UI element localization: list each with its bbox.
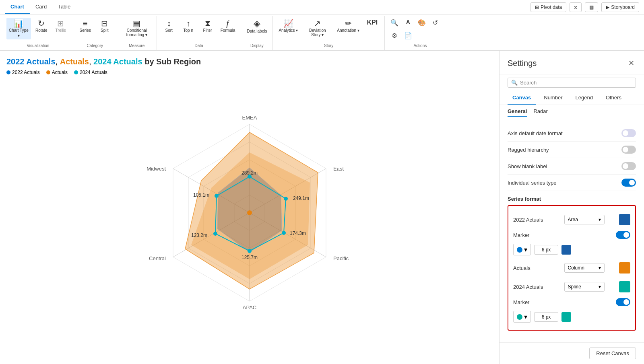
legend-dot-2024	[74, 70, 78, 74]
marker-toggle-2024[interactable]	[616, 298, 630, 306]
series-type-arrow-2022: ▾	[599, 217, 601, 222]
chart-type-icon: 📊	[14, 19, 24, 27]
paint-button[interactable]: 🎨	[415, 18, 428, 28]
legend-2024: 2024 Actuals	[74, 70, 107, 75]
top-n-button[interactable]: ↑ Top n	[180, 18, 197, 34]
series-button[interactable]: ≡ Series	[76, 18, 94, 34]
series-type-value-actuals: Column	[568, 265, 584, 271]
paint-icon: 🎨	[418, 19, 426, 27]
marker-dot-2024	[517, 314, 522, 320]
subtab-radar[interactable]: Radar	[533, 108, 547, 117]
series-color-actuals[interactable]	[619, 262, 630, 274]
label-apac: 125.7m	[242, 255, 258, 260]
axis-date-toggle[interactable]	[621, 129, 636, 137]
tab-number[interactable]: Number	[539, 91, 567, 105]
marker-label-2024: Marker	[513, 299, 529, 305]
display-group-label: Display	[244, 43, 269, 49]
legend-label-2022: 2022 Actuals	[12, 70, 40, 75]
search-action-icon: 🔍	[390, 19, 398, 27]
tab-table[interactable]: Table	[52, 0, 76, 14]
sort-button[interactable]: ↕ Sort	[160, 18, 178, 34]
tab-others[interactable]: Others	[601, 91, 626, 105]
filter-label: Filter	[203, 28, 212, 33]
chart-type-button[interactable]: 📊 Chart Type ▾	[6, 18, 31, 39]
series-color-2022[interactable]	[619, 214, 630, 225]
annotation-button[interactable]: ✏ Annotation ▾	[334, 18, 362, 34]
trellis-button[interactable]: ⊞ Trellis	[52, 18, 70, 34]
kpi-button[interactable]: KPI	[363, 18, 381, 27]
formula-button[interactable]: ƒ Formula	[218, 18, 238, 34]
ragged-hierarchy-toggle[interactable]	[621, 146, 636, 154]
legend-2022: 2022 Actuals	[6, 70, 40, 75]
legend-label-2024: 2024 Actuals	[80, 70, 107, 75]
subtab-general[interactable]: General	[508, 108, 527, 117]
pivot-data-button[interactable]: ⊞ Pivot data	[530, 2, 566, 12]
conditional-formatting-label: Conditional formatting ▾	[123, 28, 151, 37]
legend-actuals: Actuals	[46, 70, 68, 75]
marker-color-2022[interactable]	[561, 245, 571, 255]
text-a-button[interactable]: A	[402, 18, 415, 27]
marker-dot-select-2024[interactable]: ▾	[513, 311, 531, 323]
marker-controls-row-2024: ▾ 6 px	[513, 308, 630, 325]
conditional-formatting-button[interactable]: ▤ Conditional formatting ▾	[120, 18, 153, 39]
show-blank-toggle[interactable]	[621, 162, 636, 170]
filter-button[interactable]: ⧗ Filter	[199, 18, 217, 34]
analytics-button[interactable]: 📈 Analytics ▾	[276, 18, 300, 34]
series-type-select-2022[interactable]: Area ▾	[564, 215, 605, 224]
toolbar-actions: ⊞ Pivot data ⧖ ▦ ▶ Storyboard	[530, 2, 639, 12]
tab-card[interactable]: Card	[30, 0, 52, 14]
grid-action-button[interactable]: ▦	[585, 2, 598, 12]
settings-close-button[interactable]: ✕	[627, 57, 636, 69]
marker-toggle-2022[interactable]	[616, 231, 630, 239]
ribbon-group-actions: 🔍 A 🎨 ↺ ⚙ 📄 Actions	[385, 16, 456, 50]
rotate-label: Rotate	[35, 28, 47, 33]
filter-action-button[interactable]: ⧖	[570, 2, 582, 12]
settings-body: Axis default date format Ragged hierarch…	[500, 120, 644, 342]
tab-chart[interactable]: Chart	[5, 0, 30, 14]
formula-label: Formula	[221, 28, 235, 33]
storyboard-icon: ▶	[606, 4, 609, 10]
chart-type-arrow: ▾	[18, 33, 20, 38]
export-button[interactable]: 📄	[402, 31, 415, 41]
filter-ribbon-icon: ⧗	[205, 19, 211, 27]
marker-px-2024[interactable]: 6 px	[534, 312, 558, 322]
grid-icon: ▦	[589, 4, 594, 10]
annotation-icon: ✏	[345, 19, 352, 27]
series-label: Series	[80, 28, 91, 33]
storyboard-button[interactable]: ▶ Storyboard	[601, 2, 639, 12]
tab-canvas[interactable]: Canvas	[508, 91, 536, 105]
data-labels-button[interactable]: ◈ Data labels	[244, 18, 269, 35]
individual-series-label: Individual series type	[508, 180, 556, 186]
search-input[interactable]	[520, 80, 632, 86]
series-color-2024[interactable]	[619, 281, 630, 292]
annotation-label: Annotation ▾	[337, 28, 359, 33]
series-type-select-2024[interactable]: Spline ▾	[564, 282, 605, 292]
individual-series-toggle[interactable]	[621, 179, 636, 187]
settings-title: Settings	[508, 59, 537, 68]
data-group-label: Data	[160, 43, 238, 49]
search-field-wrapper[interactable]: 🔍	[508, 78, 636, 88]
settings-action-button[interactable]: ⚙	[388, 31, 401, 41]
series-name-2024: 2024 Actuals	[513, 284, 549, 290]
sort-label: Sort	[165, 28, 173, 33]
ribbon: 📊 Chart Type ▾ ↻ Rotate ⊞ Trellis Visual…	[0, 14, 644, 51]
series-row-2022: 2022 Actuals Area ▾	[513, 211, 630, 228]
search-action-button[interactable]: 🔍	[388, 18, 401, 28]
refresh-button[interactable]: ↺	[429, 18, 442, 28]
marker-color-2024[interactable]	[561, 312, 571, 322]
ragged-hierarchy-row: Ragged hierarchy	[508, 142, 636, 158]
series-type-select-actuals[interactable]: Column ▾	[564, 263, 605, 273]
rotate-button[interactable]: ↻ Rotate	[33, 18, 50, 34]
chart-title-region: by Sub Region	[142, 57, 201, 66]
tab-legend[interactable]: Legend	[571, 91, 598, 105]
series-name-2022: 2022 Actuals	[513, 217, 549, 223]
chart-title: 2022 Actuals, Actuals, 2024 Actuals by S…	[6, 57, 493, 66]
marker-px-2022[interactable]: 6 px	[534, 245, 558, 255]
radar-chart-container: 289.2m 249.1m 174.3m 125.7m 123.2m 105.1…	[6, 78, 493, 347]
reset-canvas-button[interactable]: Reset Canvas	[589, 348, 636, 359]
marker-dot-arrow-2022: ▾	[524, 246, 527, 253]
marker-dot-select-2022[interactable]: ▾	[513, 244, 531, 255]
split-button[interactable]: ⊟ Split	[96, 18, 114, 34]
deviation-button[interactable]: ↗ Deviation Story ▾	[302, 18, 333, 39]
split-label: Split	[101, 28, 108, 33]
